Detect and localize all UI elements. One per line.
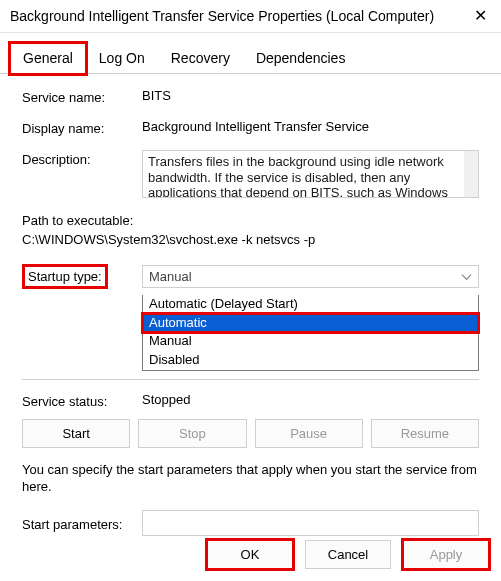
start-params-note: You can specify the start parameters tha… — [22, 462, 479, 496]
window-title: Background Intelligent Transfer Service … — [10, 8, 434, 24]
display-name-value: Background Intelligent Transfer Service — [142, 119, 479, 134]
description-text: Transfers files in the background using … — [148, 154, 448, 198]
tab-dependencies[interactable]: Dependencies — [243, 43, 359, 73]
path-label: Path to executable: — [22, 212, 479, 231]
tab-strip: General Log On Recovery Dependencies — [0, 33, 501, 74]
resume-button: Resume — [371, 419, 479, 448]
tab-general[interactable]: General — [10, 43, 86, 74]
apply-button[interactable]: Apply — [403, 540, 489, 569]
start-button[interactable]: Start — [22, 419, 130, 448]
stop-button: Stop — [138, 419, 246, 448]
startup-type-dropdown[interactable]: Automatic (Delayed Start) Automatic Manu… — [142, 295, 479, 372]
startup-type-label: Startup type: — [22, 264, 108, 289]
start-parameters-input[interactable] — [142, 510, 479, 536]
close-icon[interactable]: ✕ — [468, 6, 493, 26]
description-scrollbar[interactable] — [464, 151, 478, 197]
description-textbox[interactable]: Transfers files in the background using … — [142, 150, 479, 198]
tab-logon[interactable]: Log On — [86, 43, 158, 73]
startup-type-select[interactable]: Manual — [142, 265, 479, 288]
dropdown-opt-manual[interactable]: Manual — [143, 332, 478, 351]
ok-button[interactable]: OK — [207, 540, 293, 569]
display-name-label: Display name: — [22, 119, 142, 136]
tab-recovery[interactable]: Recovery — [158, 43, 243, 73]
service-status-label: Service status: — [22, 392, 142, 409]
section-divider — [22, 379, 479, 380]
service-name-label: Service name: — [22, 88, 142, 105]
pause-button: Pause — [255, 419, 363, 448]
cancel-button[interactable]: Cancel — [305, 540, 391, 569]
service-status-value: Stopped — [142, 392, 190, 409]
start-parameters-label: Start parameters: — [22, 515, 142, 532]
dropdown-opt-automatic[interactable]: Automatic — [143, 314, 478, 333]
description-label: Description: — [22, 150, 142, 167]
service-name-value: BITS — [142, 88, 479, 103]
dropdown-opt-delayed[interactable]: Automatic (Delayed Start) — [143, 295, 478, 314]
path-value: C:\WINDOWS\System32\svchost.exe -k netsv… — [22, 231, 479, 250]
dropdown-opt-disabled[interactable]: Disabled — [143, 351, 478, 370]
